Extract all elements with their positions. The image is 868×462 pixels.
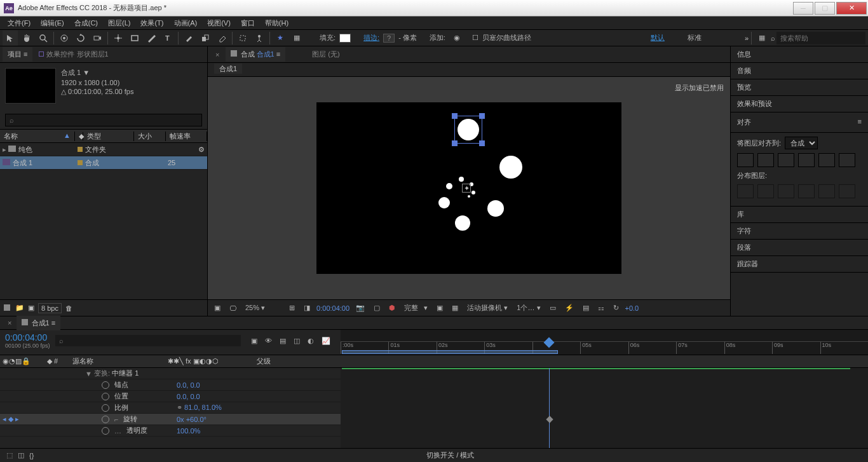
camera-dropdown[interactable]: 活动摄像机 ▾: [465, 302, 510, 314]
prop-value[interactable]: 0.0, 0.0: [177, 393, 200, 400]
anchor-tool[interactable]: [111, 31, 126, 46]
col-parent[interactable]: 父级: [254, 357, 330, 366]
prop-value[interactable]: 81.0, 81.0%: [184, 404, 222, 411]
stopwatch-icon[interactable]: [102, 416, 109, 423]
col-name[interactable]: 名称 ▲: [0, 132, 75, 141]
workspace-standard[interactable]: 标准: [688, 33, 702, 43]
stroke-label[interactable]: 描边:: [363, 33, 379, 43]
resolution-dropdown[interactable]: 完整 ▾: [402, 302, 430, 314]
draft-icon[interactable]: ▤: [277, 336, 288, 346]
col-source[interactable]: 源名称: [70, 357, 165, 366]
timeline-tab[interactable]: 合成1 ≡: [17, 316, 60, 330]
timeline-timecode[interactable]: 0:00:04:00: [5, 332, 50, 343]
text-tool[interactable]: T: [160, 31, 175, 46]
property-row[interactable]: … 透明度100.0%: [0, 425, 341, 437]
roi-icon[interactable]: ▣: [434, 302, 445, 313]
views-dropdown[interactable]: 1个… ▾: [514, 302, 543, 314]
repeater-row[interactable]: ▼ 变换: 中继器 1: [0, 368, 341, 379]
viewer-tab[interactable]: 合成 合成1 ≡: [226, 47, 285, 62]
motion-blur-icon[interactable]: ◐: [305, 336, 316, 346]
property-row[interactable]: 锚点0.0, 0.0: [0, 379, 341, 391]
menu-window[interactable]: 窗口: [236, 18, 260, 28]
property-row[interactable]: 位置0.0, 0.0: [0, 391, 341, 402]
breadcrumb[interactable]: 合成1: [214, 64, 242, 74]
transparency-icon[interactable]: ▦: [449, 302, 461, 313]
menu-effect[interactable]: 效果(T): [135, 18, 168, 28]
comp-mini-icon[interactable]: ▣: [248, 336, 260, 346]
interpret-icon[interactable]: [4, 304, 11, 312]
menu-edit[interactable]: 编辑(E): [36, 18, 69, 28]
zoom-dropdown[interactable]: 25% ▾: [243, 302, 268, 313]
stopwatch-icon[interactable]: [102, 427, 109, 435]
close-button[interactable]: ✕: [836, 2, 867, 15]
dist-left[interactable]: [737, 184, 754, 198]
add-button[interactable]: ◉: [449, 31, 465, 46]
viewer-close[interactable]: ×: [210, 48, 224, 61]
dist-right[interactable]: [778, 184, 794, 198]
tl-brackets-icon[interactable]: {}: [27, 451, 36, 461]
menu-help[interactable]: 帮助(H): [260, 18, 294, 28]
minimize-button[interactable]: ─: [793, 2, 813, 15]
show-snapshot-icon[interactable]: ▢: [371, 302, 383, 313]
pixel-aspect-icon[interactable]: ▭: [547, 302, 559, 313]
panel-align[interactable]: 对齐≡: [731, 112, 868, 133]
panel-info[interactable]: 信息: [731, 46, 868, 63]
comp-thumbnail[interactable]: [5, 68, 56, 104]
channels-icon[interactable]: ⬢: [386, 302, 398, 313]
panel-character[interactable]: 字符: [731, 223, 868, 240]
stopwatch-icon[interactable]: [102, 381, 109, 389]
exposure-value[interactable]: +0.0: [625, 304, 639, 312]
dist-hcenter[interactable]: [757, 184, 774, 198]
col-type[interactable]: 类型: [83, 132, 134, 141]
dist-bottom[interactable]: [839, 184, 855, 198]
property-row[interactable]: 比例⚭ 81.0, 81.0%: [0, 402, 341, 414]
prop-value[interactable]: 100.0%: [177, 427, 200, 435]
camera-tool[interactable]: [90, 31, 105, 46]
zoom-tool[interactable]: [36, 31, 51, 46]
trash-icon[interactable]: 🗑: [65, 304, 72, 312]
eraser-tool[interactable]: [214, 31, 229, 46]
stroke-swatch[interactable]: ?: [383, 34, 395, 43]
property-row[interactable]: ◂ ◆ ▸⌐ 旋转0x +60.0°: [0, 414, 341, 425]
timeline-search[interactable]: [55, 335, 241, 346]
align-hcenter[interactable]: [757, 153, 774, 167]
shy-icon[interactable]: 👁: [262, 336, 275, 346]
orbit-tool[interactable]: [57, 31, 72, 46]
maximize-button[interactable]: ▢: [815, 2, 835, 15]
selection-tool[interactable]: [3, 31, 18, 46]
snapshot-icon[interactable]: 📷: [353, 302, 367, 313]
keyframe[interactable]: [546, 416, 553, 423]
toggle-switches[interactable]: 切换开关 / 模式: [426, 451, 474, 459]
panel-presets[interactable]: 效果和预设: [731, 96, 868, 112]
new-folder-icon[interactable]: 📁: [15, 304, 24, 312]
clone-tool[interactable]: [198, 31, 213, 46]
roto-tool[interactable]: [235, 31, 250, 46]
bezier-checkbox[interactable]: ☐: [472, 34, 478, 42]
align-top[interactable]: [798, 153, 815, 167]
align-right[interactable]: [778, 153, 794, 167]
panel-paragraph[interactable]: 段落: [731, 240, 868, 256]
align-to-select[interactable]: 合成: [785, 137, 818, 149]
tl-expand-icon[interactable]: ◫: [15, 450, 27, 461]
menu-view[interactable]: 视图(V): [202, 18, 236, 28]
shape-grid-icon[interactable]: ▦: [289, 31, 304, 46]
dist-vcenter[interactable]: [818, 184, 835, 198]
reset-exposure-icon[interactable]: ↻: [611, 302, 621, 313]
display-icon[interactable]: 🖵: [227, 303, 239, 313]
brush-tool[interactable]: [181, 31, 196, 46]
prop-value[interactable]: 0x +60.0°: [177, 416, 207, 423]
col-size[interactable]: 大小: [134, 132, 166, 141]
dist-top[interactable]: [798, 184, 815, 198]
effect-controls-tab[interactable]: 效果控件 形状图层1: [34, 47, 113, 62]
pen-tool[interactable]: [144, 31, 159, 46]
project-row-comp[interactable]: 合成 1 合成 25: [0, 156, 207, 170]
rect-tool[interactable]: [127, 31, 142, 46]
composition-viewer[interactable]: 显示加速已禁用 ✦: [208, 77, 730, 299]
project-row-folder[interactable]: ▸ 纯色 文件夹 ⚙: [0, 143, 207, 156]
project-search[interactable]: [5, 114, 202, 126]
playhead-line[interactable]: [549, 368, 550, 448]
timeline-tracks[interactable]: [341, 368, 868, 448]
rotate-tool[interactable]: [73, 31, 88, 46]
selected-shape[interactable]: [454, 116, 482, 144]
hand-tool[interactable]: [19, 31, 34, 46]
